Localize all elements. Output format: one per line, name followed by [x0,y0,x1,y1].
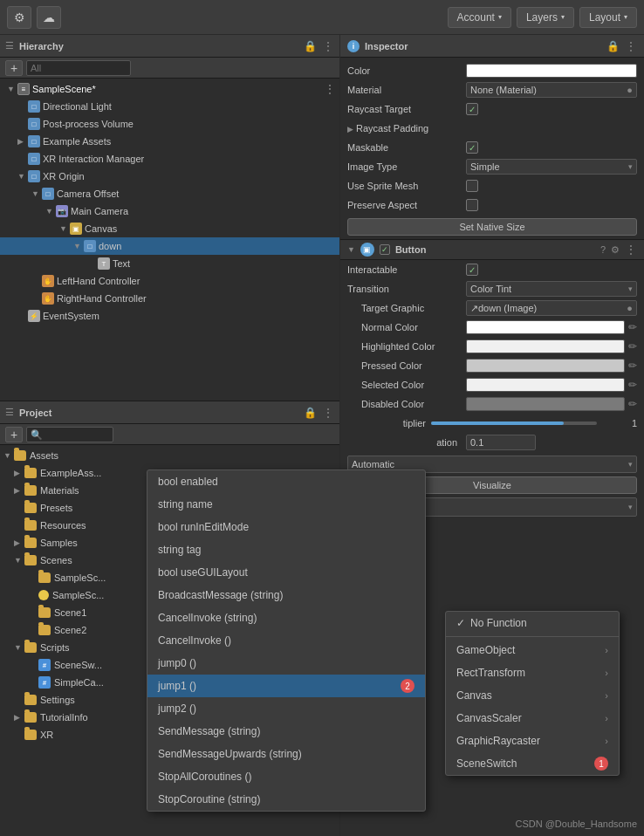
hierarchy-header: ☰ Hierarchy 🔒 ⋮ [0,35,339,58]
selected-color-eyedropper-icon[interactable]: ✏ [628,379,637,391]
tree-item-directional-light[interactable]: □ Directional Light [0,98,339,115]
tree-item-example-assets[interactable]: ▶ □ Example Assets [0,133,339,150]
cube-icon: □ [28,153,40,165]
tree-item-canvas[interactable]: ▼ ▣ Canvas [0,220,339,237]
menu-item-jump1[interactable]: jump1 () 2 [147,675,425,697]
hierarchy-add-button[interactable]: + [5,60,23,76]
inspector-menu-icon[interactable]: ⋮ [625,39,637,53]
highlighted-color-eyedropper-icon[interactable]: ✏ [628,340,637,353]
hierarchy-menu-icon[interactable]: ⋮ [322,39,334,53]
menu-item-jump2[interactable]: jump2 () [147,697,425,720]
menu-item-send-message-upwards[interactable]: SendMessageUpwards (string) [147,743,425,765]
highlighted-color-swatch[interactable] [466,339,625,353]
tree-item-down[interactable]: ▼ □ down [0,237,339,255]
menu-item-stop-coroutine[interactable]: StopCoroutine (string) [147,788,425,811]
tree-item-camera-offset[interactable]: ▼ □ Camera Offset [0,185,339,202]
menu-item-stop-all-coroutines[interactable]: StopAllCoroutines () [147,765,425,788]
disabled-color-eyedropper-icon[interactable]: ✏ [628,398,637,410]
menu-item-bool-run-edit[interactable]: bool runInEditMode [147,516,425,538]
hierarchy-lock-icon[interactable]: 🔒 [304,40,317,52]
interactable-checkbox[interactable]: ✓ [466,264,478,276]
cube-icon: □ [28,135,40,147]
cloud-button[interactable]: ☁ [37,6,61,29]
maskable-checkbox[interactable]: ✓ [466,141,478,154]
tree-item-menu-icon[interactable]: ⋮ [324,82,336,96]
menu-item-scene-switch[interactable]: SceneSwitch 1 [446,752,619,775]
target-graphic-dropdown[interactable]: ↗down (Image) ● [466,300,637,316]
raycast-target-checkbox[interactable]: ✓ [466,103,478,115]
folder-icon [24,695,37,705]
tree-item-post-process[interactable]: □ Post-process Volume [0,115,339,133]
image-type-dropdown[interactable]: Simple ▾ [466,159,637,175]
inspector-lock-icon[interactable]: 🔒 [606,40,620,52]
tree-item-sample-scene[interactable]: ▼ ≡ SampleScene* ⋮ [0,80,339,98]
button-settings-icon[interactable]: ⚙ [611,244,620,256]
menu-item-gameobject[interactable]: GameObject › [446,639,619,661]
tree-item-event-system[interactable]: ⚡ EventSystem [0,307,339,325]
scene-icon: ≡ [17,83,30,95]
color-swatch[interactable] [466,64,637,78]
project-add-button[interactable]: + [5,427,23,442]
project-search-input[interactable] [26,427,113,442]
folder-icon [24,538,37,548]
tree-item-xr-origin[interactable]: ▼ □ XR Origin [0,168,339,185]
menu-item-broadcast[interactable]: BroadcastMessage (string) [147,584,425,606]
normal-color-eyedropper-icon[interactable]: ✏ [628,321,637,333]
layers-arrow-icon: ▾ [561,13,565,21]
project-menu-icon[interactable]: ⋮ [322,406,334,420]
jump1-badge: 2 [401,679,414,693]
tree-item-main-camera[interactable]: ▼ 📷 Main Camera [0,202,339,220]
menu-item-no-function[interactable]: ✓ No Function [446,612,619,634]
fade-duration-input[interactable] [466,435,536,450]
layout-button[interactable]: Layout ▾ [579,7,637,28]
menu-item-string-name[interactable]: string name [147,493,425,516]
menu-item-cancel-invoke-string[interactable]: CancelInvoke (string) [147,606,425,629]
set-native-size-button[interactable]: Set Native Size [347,218,637,236]
selected-color-swatch[interactable] [466,378,625,392]
menu-item-graphic-raycaster[interactable]: GraphicRaycaster › [446,730,619,752]
tree-item-lefthand[interactable]: ✋ LeftHand Controller [0,272,339,290]
rect-transform-arrow-icon: › [605,668,608,678]
menu-item-canvas[interactable]: Canvas › [446,684,619,707]
button-menu-icon[interactable]: ⋮ [625,243,637,257]
menu-separator [446,636,619,637]
menu-item-rect-transform[interactable]: RectTransform › [446,661,619,684]
menu-item-send-message[interactable]: SendMessage (string) [147,720,425,743]
project-lock-icon[interactable]: 🔒 [304,407,317,419]
menu-item-jump0[interactable]: jump0 () [147,652,425,675]
button-enable-checkbox[interactable]: ✓ [380,244,390,255]
tree-item-text[interactable]: T Text [0,255,339,272]
graphic-raycaster-arrow-icon: › [605,736,608,746]
menu-item-bool-enabled[interactable]: bool enabled [147,470,425,493]
menu-item-cancel-invoke[interactable]: CancelInvoke () [147,629,425,652]
normal-color-swatch[interactable] [466,320,625,334]
scene-switch-badge: 1 [594,757,608,771]
info-icon: i [347,40,360,52]
disabled-color-swatch[interactable] [466,397,625,411]
menu-item-bool-gui[interactable]: bool useGUILayout [147,561,425,584]
prop-raycast-padding: ▶ Raycast Padding [340,119,644,138]
button-section-header[interactable]: ▼ ▣ ✓ Button ? ⚙ ⋮ [340,239,644,260]
hierarchy-search-input[interactable] [26,60,131,76]
settings-button[interactable]: ⚙ [7,6,31,29]
menu-item-string-tag[interactable]: string tag [147,538,425,561]
cube-icon: □ [42,188,54,200]
layers-button[interactable]: Layers ▾ [517,7,574,28]
project-item-assets[interactable]: ▼ Assets [0,447,339,464]
tree-item-xr-interaction[interactable]: □ XR Interaction Manager [0,150,339,168]
material-dropdown[interactable]: None (Material) ● [466,82,637,98]
hierarchy-tree: ▼ ≡ SampleScene* ⋮ □ Directional Light □ [0,79,339,401]
button-help-icon[interactable]: ? [600,244,606,255]
tree-item-righthand[interactable]: ✋ RightHand Controller [0,290,339,307]
menu-item-canvas-scaler[interactable]: CanvasScaler › [446,707,619,730]
sprite-mesh-checkbox[interactable] [466,180,478,192]
preserve-aspect-checkbox[interactable] [466,199,478,211]
context-menu-left: bool enabled string name bool runInEditM… [147,469,426,812]
transition-dropdown[interactable]: Color Tint ▾ [466,281,637,297]
multiplier-slider[interactable] [431,421,597,425]
cube-icon: □ [28,100,40,113]
account-button[interactable]: Account ▾ [448,7,511,28]
pressed-color-swatch[interactable] [466,359,625,373]
prop-normal-color: Normal Color ✏ [340,318,644,337]
pressed-color-eyedropper-icon[interactable]: ✏ [628,360,637,372]
